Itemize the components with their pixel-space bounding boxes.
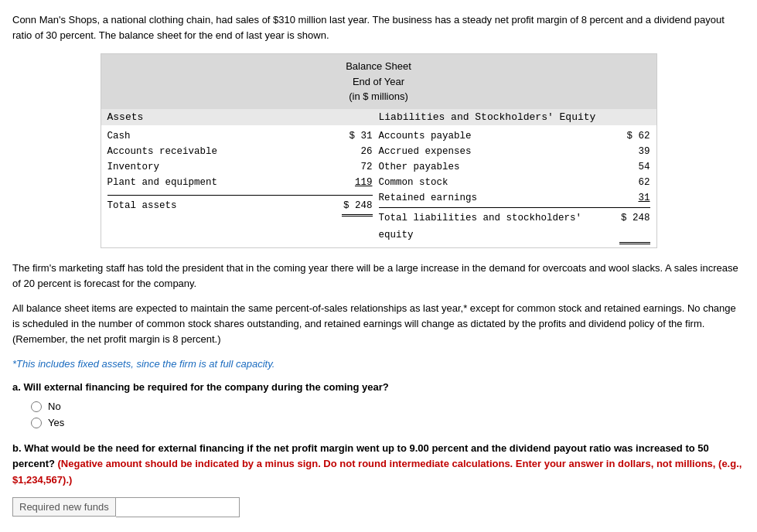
liability-row-common: Common stock 62 bbox=[379, 175, 650, 190]
question-b-text: b. What would be the need for external f… bbox=[12, 441, 745, 487]
liabilities-header: Liabilities and Stockholders' Equity bbox=[379, 111, 650, 123]
asset-row-cash: Cash $ 31 bbox=[107, 128, 373, 144]
question-b-instruction: (Negative amount should be indicated by … bbox=[12, 458, 742, 485]
radio-yes-label: Yes bbox=[48, 417, 64, 428]
radio-group-a: No Yes bbox=[31, 401, 745, 428]
assets-column: Cash $ 31 Accounts receivable 26 Invento… bbox=[107, 128, 379, 244]
radio-no[interactable] bbox=[31, 401, 42, 412]
total-assets-row: Total assets $ 248 bbox=[107, 195, 373, 217]
paragraph2: All balance sheet items are expected to … bbox=[12, 301, 745, 347]
required-funds-row: Required new funds bbox=[12, 497, 745, 517]
liability-row-retained: Retained earnings 31 bbox=[379, 190, 650, 206]
radio-option-no[interactable]: No bbox=[31, 401, 745, 412]
liabilities-column: Accounts payable $ 62 Accrued expenses 3… bbox=[379, 128, 650, 244]
required-funds-label: Required new funds bbox=[12, 497, 116, 517]
intro-paragraph: Conn Man's Shops, a national clothing ch… bbox=[12, 12, 745, 43]
required-funds-input[interactable] bbox=[116, 497, 240, 517]
assets-header: Assets bbox=[107, 111, 379, 123]
balance-sheet-table: Balance Sheet End of Year (in $ millions… bbox=[101, 53, 657, 248]
liability-row-ap: Accounts payable $ 62 bbox=[379, 128, 650, 144]
liability-row-other: Other payables 54 bbox=[379, 159, 650, 175]
liability-row-accrued: Accrued expenses 39 bbox=[379, 144, 650, 159]
bs-title: Balance Sheet End of Year (in $ millions… bbox=[101, 54, 656, 109]
bs-column-headers: Assets Liabilities and Stockholders' Equ… bbox=[101, 109, 656, 125]
bs-body: Cash $ 31 Accounts receivable 26 Invento… bbox=[101, 125, 656, 247]
radio-no-label: No bbox=[48, 401, 61, 412]
asset-row-ppe: Plant and equipment 119 bbox=[107, 175, 373, 190]
question-a-label: a. Will external financing be required f… bbox=[12, 381, 745, 393]
total-liabilities-row: Total liabilities and stockholders' equi… bbox=[379, 207, 650, 244]
radio-option-yes[interactable]: Yes bbox=[31, 417, 745, 428]
asset-row-ar: Accounts receivable 26 bbox=[107, 144, 373, 159]
radio-yes[interactable] bbox=[31, 418, 42, 428]
asset-row-inventory: Inventory 72 bbox=[107, 159, 373, 175]
paragraph1: The firm's marketing staff has told the … bbox=[12, 261, 745, 292]
footnote: *This includes fixed assets, since the f… bbox=[12, 356, 745, 372]
